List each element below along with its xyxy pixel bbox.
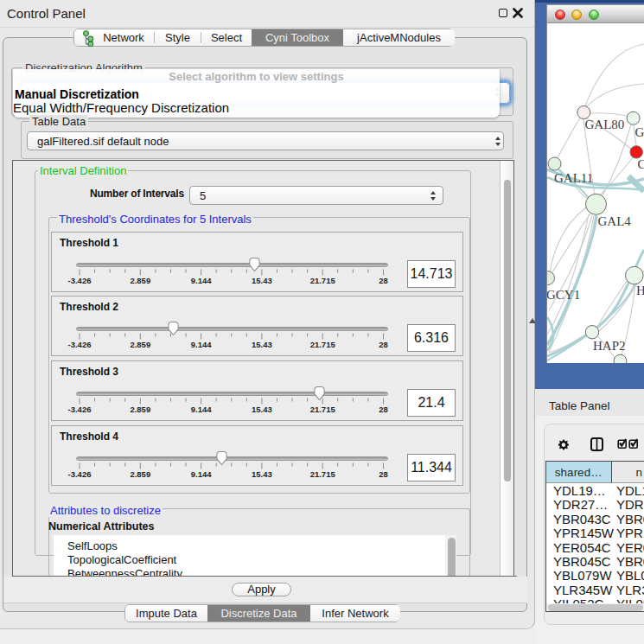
svg-text:GAL80: GAL80 xyxy=(585,118,625,131)
svg-text:GA: GA xyxy=(635,125,644,139)
svg-text:GCY1: GCY1 xyxy=(547,288,580,302)
svg-text:HAP2: HAP2 xyxy=(593,339,626,353)
svg-text:H: H xyxy=(636,284,644,297)
svg-text:GAL4: GAL4 xyxy=(598,214,632,228)
svg-text:GAL11: GAL11 xyxy=(554,171,593,185)
svg-text:C: C xyxy=(638,157,644,171)
